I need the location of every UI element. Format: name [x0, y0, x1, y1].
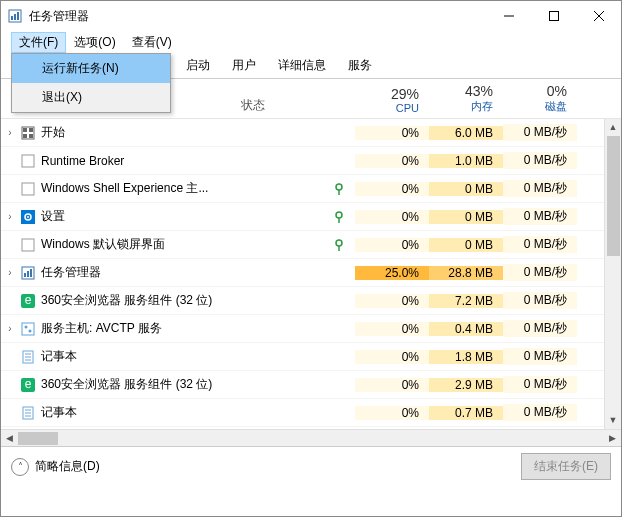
menu-exit[interactable]: 退出(X) — [12, 83, 170, 112]
svg-text:e: e — [25, 294, 32, 307]
expand-toggle[interactable]: › — [1, 323, 19, 334]
window-controls — [486, 1, 621, 31]
scroll-left-icon[interactable]: ◀ — [1, 430, 18, 446]
disk-cell: 0 MB/秒 — [503, 404, 577, 421]
vertical-scrollbar[interactable]: ▲ ▼ — [604, 119, 621, 429]
process-name: 记事本 — [37, 404, 235, 421]
tab-startup[interactable]: 启动 — [175, 52, 221, 78]
process-row[interactable]: Windows 默认锁屏界面0%0 MB0 MB/秒 — [1, 231, 621, 259]
disk-cell: 0 MB/秒 — [503, 236, 577, 253]
tab-users[interactable]: 用户 — [221, 52, 267, 78]
svg-rect-3 — [17, 12, 19, 20]
process-name: Runtime Broker — [37, 154, 235, 168]
scroll-right-icon[interactable]: ▶ — [604, 430, 621, 446]
svg-point-33 — [29, 329, 32, 332]
process-row[interactable]: ›设置0%0 MB0 MB/秒 — [1, 203, 621, 231]
menu-options[interactable]: 选项(O) — [66, 32, 123, 53]
expand-toggle[interactable]: › — [1, 267, 19, 278]
memory-cell: 0 MB — [429, 238, 503, 252]
tab-services[interactable]: 服务 — [337, 52, 383, 78]
process-icon: e — [19, 294, 37, 308]
menu-view[interactable]: 查看(V) — [124, 32, 180, 53]
svg-point-23 — [336, 240, 342, 246]
process-icon — [19, 350, 37, 364]
scroll-thumb[interactable] — [607, 136, 620, 256]
window-title: 任务管理器 — [29, 8, 486, 25]
process-name: Windows Shell Experience 主... — [37, 180, 235, 197]
svg-rect-1 — [11, 16, 13, 20]
scroll-down-icon[interactable]: ▼ — [605, 412, 621, 429]
cpu-cell: 0% — [355, 350, 429, 364]
hscroll-thumb[interactable] — [18, 432, 58, 445]
svg-rect-31 — [22, 323, 34, 335]
end-task-button[interactable]: 结束任务(E) — [521, 453, 611, 480]
svg-rect-14 — [22, 183, 34, 195]
cpu-cell: 0% — [355, 126, 429, 140]
col-disk[interactable]: 0% 磁盘 — [503, 79, 577, 118]
process-icon: e — [19, 378, 37, 392]
memory-cell: 2.9 MB — [429, 378, 503, 392]
process-row[interactable]: ›开始0%6.0 MB0 MB/秒 — [1, 119, 621, 147]
process-name: 服务主机: AVCTP 服务 — [37, 320, 235, 337]
svg-rect-27 — [27, 271, 29, 277]
process-row[interactable]: e360安全浏览器 服务组件 (32 位)0%2.9 MB0 MB/秒 — [1, 371, 621, 399]
process-name: Windows 默认锁屏界面 — [37, 236, 235, 253]
process-row[interactable]: Runtime Broker0%1.0 MB0 MB/秒 — [1, 147, 621, 175]
memory-cell: 1.0 MB — [429, 154, 503, 168]
col-status[interactable]: 状态 — [235, 93, 355, 118]
svg-rect-2 — [14, 14, 16, 20]
suspended-icon — [333, 239, 345, 251]
col-memory[interactable]: 43% 内存 — [429, 79, 503, 118]
process-status — [235, 183, 355, 195]
memory-cell: 0.7 MB — [429, 406, 503, 420]
fewer-details-button[interactable]: ˄ 简略信息(D) — [11, 458, 521, 476]
process-row[interactable]: ›服务主机: AVCTP 服务0%0.4 MB0 MB/秒 — [1, 315, 621, 343]
memory-cell: 0 MB — [429, 210, 503, 224]
process-icon — [19, 406, 37, 420]
expand-toggle[interactable]: › — [1, 127, 19, 138]
svg-point-20 — [336, 212, 342, 218]
svg-text:e: e — [25, 378, 32, 391]
process-icon — [19, 154, 37, 168]
disk-cell: 0 MB/秒 — [503, 320, 577, 337]
memory-cell: 1.8 MB — [429, 350, 503, 364]
process-row[interactable]: 记事本0%0.7 MB0 MB/秒 — [1, 399, 621, 427]
close-button[interactable] — [576, 1, 621, 31]
tab-details[interactable]: 详细信息 — [267, 52, 337, 78]
process-icon — [19, 266, 37, 280]
svg-rect-28 — [30, 269, 32, 277]
process-row[interactable]: ›任务管理器25.0%28.8 MB0 MB/秒 — [1, 259, 621, 287]
maximize-button[interactable] — [531, 1, 576, 31]
footer: ˄ 简略信息(D) 结束任务(E) — [1, 446, 621, 486]
app-icon — [7, 8, 23, 24]
scroll-up-icon[interactable]: ▲ — [605, 119, 621, 136]
memory-cell: 7.2 MB — [429, 294, 503, 308]
process-name: 任务管理器 — [37, 264, 235, 281]
svg-rect-26 — [24, 273, 26, 277]
menu-file[interactable]: 文件(F) — [11, 32, 66, 53]
process-name: 360安全浏览器 服务组件 (32 位) — [37, 292, 235, 309]
process-icon — [19, 126, 37, 140]
horizontal-scrollbar[interactable]: ◀ ▶ — [1, 429, 621, 446]
disk-cell: 0 MB/秒 — [503, 208, 577, 225]
process-status — [235, 211, 355, 223]
memory-cell: 6.0 MB — [429, 126, 503, 140]
minimize-button[interactable] — [486, 1, 531, 31]
disk-cell: 0 MB/秒 — [503, 292, 577, 309]
expand-toggle[interactable]: › — [1, 211, 19, 222]
process-row[interactable]: 记事本0%1.8 MB0 MB/秒 — [1, 343, 621, 371]
cpu-cell: 0% — [355, 182, 429, 196]
svg-rect-12 — [29, 134, 33, 138]
cpu-cell: 0% — [355, 294, 429, 308]
memory-cell: 0 MB — [429, 182, 503, 196]
cpu-cell: 0% — [355, 406, 429, 420]
memory-cell: 0.4 MB — [429, 322, 503, 336]
title-bar: 任务管理器 — [1, 1, 621, 31]
process-icon — [19, 210, 37, 224]
menu-run-new-task[interactable]: 运行新任务(N) — [12, 54, 170, 83]
col-cpu[interactable]: 29% CPU — [355, 82, 429, 118]
process-row[interactable]: e360安全浏览器 服务组件 (32 位)0%7.2 MB0 MB/秒 — [1, 287, 621, 315]
process-row[interactable]: Windows Shell Experience 主...0%0 MB0 MB/… — [1, 175, 621, 203]
disk-cell: 0 MB/秒 — [503, 152, 577, 169]
disk-cell: 0 MB/秒 — [503, 376, 577, 393]
